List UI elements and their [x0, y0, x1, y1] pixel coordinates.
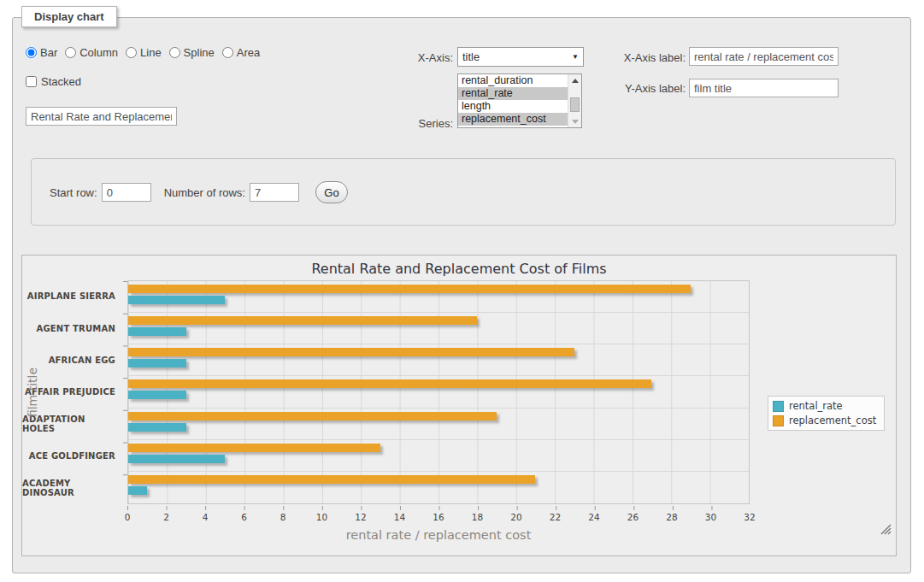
- chart-legend: rental_ratereplacement_cost: [768, 396, 885, 431]
- bar-replacement_cost: [128, 316, 477, 325]
- bar-group: [128, 376, 749, 408]
- chart-type-option-column[interactable]: Column: [65, 46, 118, 59]
- scroll-up-arrow-icon[interactable]: [568, 74, 581, 86]
- chart-type-option-line[interactable]: Line: [126, 46, 162, 59]
- bar-replacement_cost: [128, 285, 691, 293]
- category-tick-label: AGENT TRUMAN: [22, 312, 122, 344]
- x-axis-select-wrap: title ▼: [457, 47, 584, 67]
- series-listbox[interactable]: rental_durationrental_ratelengthreplacem…: [457, 73, 582, 128]
- bar-rental_rate: [128, 455, 225, 463]
- legend-label: replacement_cost: [789, 414, 876, 426]
- chart-type-radio-column[interactable]: [65, 47, 76, 58]
- chart-type-radio-bar[interactable]: [26, 47, 37, 58]
- chart-type-label: Spline: [184, 46, 215, 59]
- scrollbar-thumb[interactable]: [570, 97, 580, 112]
- chart-type-label: Line: [140, 46, 162, 59]
- bar-rental_rate: [128, 423, 186, 432]
- x-axis-label-input[interactable]: [689, 47, 839, 66]
- series-options: rental_durationrental_ratelengthreplacem…: [458, 74, 568, 127]
- num-rows-label: Number of rows:: [164, 186, 245, 199]
- resize-grip-icon[interactable]: [880, 524, 892, 535]
- fieldset-legend: Display chart: [21, 6, 117, 27]
- x-tick-label: 8: [280, 512, 286, 522]
- chart-type-label: Area: [237, 46, 260, 59]
- bar-group: [128, 440, 749, 472]
- rows-panel-content: Start row: Number of rows: Go: [50, 181, 348, 203]
- bar-rental_rate: [128, 296, 225, 304]
- x-tick-label: 22: [550, 512, 561, 522]
- stacked-checkbox[interactable]: [26, 76, 37, 87]
- plot-grid: [127, 280, 750, 504]
- legend-item-replacement_cost: replacement_cost: [773, 414, 876, 426]
- stacked-row: Stacked: [26, 75, 81, 88]
- chart-type-radio-line[interactable]: [126, 47, 137, 58]
- chart-type-radio-spline[interactable]: [169, 47, 180, 58]
- category-tick-label: ACADEMY DINOSAUR: [22, 473, 122, 504]
- bar-group: [128, 313, 749, 344]
- bar-group: [128, 472, 749, 503]
- x-tick-label: 20: [510, 512, 521, 522]
- category-tick-label: AIRPLANE SIERRA: [22, 280, 122, 312]
- bar-group: [128, 409, 749, 440]
- chart-type-option-spline[interactable]: Spline: [169, 46, 215, 59]
- series-option-replacement_cost[interactable]: replacement_cost: [458, 113, 568, 126]
- bar-rental_rate: [128, 486, 147, 495]
- x-tick-label: 6: [241, 512, 247, 522]
- x-tick-label: 4: [203, 512, 209, 522]
- x-axis-label-label: X-Axis label:: [607, 51, 686, 64]
- bar-group: [128, 281, 749, 313]
- category-tick-label: ACE GOLDFINGER: [22, 440, 122, 472]
- bar-replacement_cost: [128, 444, 380, 452]
- chart-type-option-area[interactable]: Area: [222, 46, 260, 59]
- x-tick-label: 0: [125, 512, 131, 522]
- x-tick-label: 28: [666, 512, 677, 522]
- start-row-input[interactable]: [102, 183, 151, 202]
- bar-replacement_cost: [128, 379, 651, 388]
- series-option-length[interactable]: length: [458, 100, 568, 113]
- go-button[interactable]: Go: [315, 181, 348, 203]
- chart-title-input[interactable]: [26, 107, 177, 126]
- series-list-label: Series:: [374, 117, 453, 130]
- x-axis-title: rental rate / replacement cost: [127, 528, 750, 542]
- page: Display chart BarColumnLineSplineArea St…: [0, 0, 924, 582]
- bar-replacement_cost: [128, 475, 535, 484]
- x-axis-select-label: X-Axis:: [374, 51, 453, 64]
- bar-rental_rate: [128, 327, 186, 336]
- chart-type-label: Bar: [40, 46, 57, 59]
- x-tick-label: 14: [394, 512, 405, 522]
- x-tick-label: 26: [627, 512, 639, 522]
- chart-type-radio-group: BarColumnLineSplineArea: [26, 46, 268, 59]
- legend-item-rental_rate: rental_rate: [773, 400, 876, 412]
- x-tick-label: 18: [472, 512, 483, 522]
- legend-label: rental_rate: [789, 400, 843, 412]
- chart-type-radio-area[interactable]: [222, 47, 233, 58]
- series-scrollbar[interactable]: [568, 74, 581, 127]
- x-tick-label: 30: [705, 512, 716, 522]
- chart-type-option-bar[interactable]: Bar: [26, 46, 57, 59]
- scroll-down-arrow-icon[interactable]: [568, 115, 581, 127]
- legend-swatch: [773, 415, 784, 426]
- x-axis-ticks: [127, 506, 750, 510]
- bar-rental_rate: [128, 391, 186, 399]
- num-rows-input[interactable]: [250, 183, 299, 202]
- x-tick-labels: 02468101214161820222426283032: [127, 512, 750, 523]
- y-axis-label-input[interactable]: [689, 79, 839, 97]
- chart-type-label: Column: [79, 46, 118, 59]
- chart-title: Rental Rate and Replacement Cost of Film…: [22, 261, 896, 277]
- x-tick-label: 16: [433, 512, 444, 522]
- bar-replacement_cost: [128, 348, 574, 356]
- y-axis-title: film title: [26, 367, 39, 417]
- x-tick-label: 24: [588, 512, 599, 522]
- x-axis-select[interactable]: title: [457, 47, 584, 67]
- legend-swatch: [773, 401, 784, 412]
- chart-container: Rental Rate and Replacement Cost of Film…: [21, 255, 897, 556]
- bar-group: [128, 344, 749, 376]
- x-tick-label: 10: [316, 512, 327, 522]
- x-tick-label: 2: [163, 512, 169, 522]
- x-tick-label: 32: [744, 512, 755, 522]
- series-option-rental_rate[interactable]: rental_rate: [458, 87, 568, 100]
- x-tick-label: 12: [355, 512, 366, 522]
- series-option-rental_duration[interactable]: rental_duration: [458, 74, 568, 87]
- y-axis-label-label: Y-Axis label:: [607, 82, 686, 95]
- start-row-label: Start row:: [50, 186, 97, 199]
